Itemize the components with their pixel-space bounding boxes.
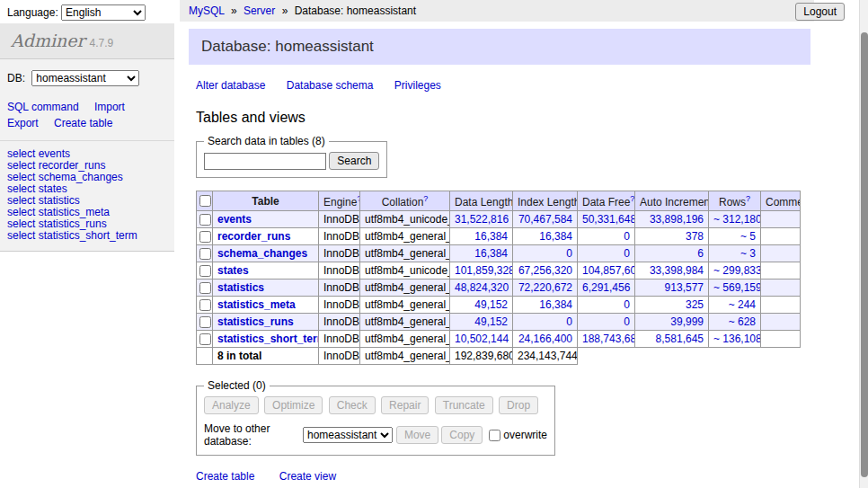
data-free-link[interactable]: 0 [624,247,630,260]
row-checkbox[interactable] [199,231,211,243]
auto-increment-link[interactable]: 6 [697,247,704,260]
table-link[interactable]: statistics_meta [217,298,296,311]
breadcrumb-mysql-link[interactable]: MySQL [189,4,225,17]
copy-button[interactable]: Copy [441,426,483,444]
rows-count-link[interactable]: ~ 312,180 [713,213,761,226]
language-select[interactable]: English [61,4,146,21]
drop-button[interactable]: Drop [499,396,538,414]
data-length-link[interactable]: 49,152 [474,298,508,311]
help-icon[interactable]: ? [423,194,428,203]
data-free-link[interactable]: 6,291,456 [582,281,630,294]
data-length-link[interactable]: 101,859,328 [455,264,513,277]
table-link[interactable]: statistics_runs [217,315,294,328]
rows-count-link[interactable]: ~ 244 [729,298,756,311]
overwrite-checkbox[interactable] [489,430,500,441]
alter-database-link[interactable]: Alter database [196,79,265,92]
sort-comment-column[interactable]: Comment [766,196,801,209]
auto-increment-link[interactable]: 39,999 [670,315,704,328]
table-link[interactable]: recorder_runs [217,230,290,243]
sidebar-item-select-statistics-meta[interactable]: select statistics_meta [7,207,167,217]
optimize-button[interactable]: Optimize [264,396,323,414]
row-checkbox[interactable] [199,248,211,260]
auto-increment-link[interactable]: 33,398,984 [650,264,704,277]
help-icon[interactable]: ? [746,194,750,203]
index-length-link[interactable]: 24,166,400 [518,333,572,345]
row-checkbox[interactable] [199,282,211,294]
index-length-link[interactable]: 70,467,584 [518,213,572,226]
data-free-link[interactable]: 50,331,648 [582,213,635,226]
sort-collation-column[interactable]: Collation [382,196,424,209]
table-link[interactable]: statistics_short_term [217,333,319,345]
table-link[interactable]: events [217,213,252,226]
index-length-link[interactable]: 16,384 [539,298,572,311]
sort-auto-increment-column[interactable]: Auto Increment [640,196,709,209]
auto-increment-link[interactable]: 325 [686,298,704,311]
sort-engine-column[interactable]: Engine [323,196,357,209]
sidebar-item-select-recorder-runs[interactable]: select recorder_runs [7,160,167,171]
select-all-checkbox[interactable] [199,195,211,207]
sort-table-column[interactable]: Table [252,195,279,208]
sidebar-item-select-statistics-runs[interactable]: select statistics_runs [7,218,167,229]
data-length-link[interactable]: 49,152 [474,315,508,328]
data-free-link[interactable]: 104,857,600 [582,264,635,277]
table-link[interactable]: statistics [217,281,264,294]
create-view-link[interactable]: Create view [279,470,336,483]
repair-button[interactable]: Repair [381,396,429,414]
auto-increment-link[interactable]: 33,898,196 [650,213,704,226]
data-length-link[interactable]: 16,384 [474,247,508,260]
sort-rows-column[interactable]: Rows [719,196,746,209]
sidebar-link-sql-command[interactable]: SQL command [7,101,79,113]
data-length-link[interactable]: 48,824,320 [455,281,509,294]
data-length-link[interactable]: 31,522,816 [455,213,509,226]
data-length-link[interactable]: 10,502,144 [455,333,509,345]
help-icon[interactable]: ? [630,194,634,203]
data-free-link[interactable]: 188,743,680 [582,333,635,345]
row-checkbox[interactable] [199,265,211,277]
sort-data-length-column[interactable]: Data Length [455,196,513,209]
search-button[interactable]: Search [329,152,379,170]
db-select[interactable]: homeassistant [31,70,139,86]
rows-count-link[interactable]: ~ 3 [740,247,756,260]
rows-count-link[interactable]: ~ 628 [729,315,756,328]
truncate-button[interactable]: Truncate [435,396,493,414]
index-length-link[interactable]: 16,384 [539,230,572,243]
row-checkbox[interactable] [199,214,211,226]
sidebar-item-select-statistics[interactable]: select statistics [7,195,167,206]
scrollbar-thumb[interactable] [861,32,868,477]
index-length-link[interactable]: 0 [566,315,572,328]
sort-data-free-column[interactable]: Data Free [582,196,630,209]
index-length-link[interactable]: 72,220,672 [518,281,572,294]
logout-button[interactable]: Logout [795,3,845,21]
data-free-link[interactable]: 0 [624,230,630,243]
rows-count-link[interactable]: ~ 299,833 [713,264,761,277]
rows-count-link[interactable]: ~ 5 [740,230,756,243]
move-database-select[interactable]: homeassistant [303,427,393,443]
auto-increment-link[interactable]: 378 [686,230,704,243]
index-length-link[interactable]: 67,256,320 [518,264,572,277]
sidebar-item-select-events[interactable]: select events [7,148,167,159]
sidebar-item-select-states[interactable]: select states [7,183,167,194]
auto-increment-link[interactable]: 913,577 [665,281,704,294]
row-checkbox[interactable] [199,316,211,328]
sidebar-link-export[interactable]: Export [7,117,39,129]
privileges-link[interactable]: Privileges [394,79,441,92]
sidebar-item-select-statistics-short-term[interactable]: select statistics_short_term [7,230,167,241]
table-link[interactable]: states [217,264,249,277]
auto-increment-link[interactable]: 8,581,645 [656,333,704,345]
table-link[interactable]: schema_changes [217,247,307,260]
index-length-link[interactable]: 0 [566,247,572,260]
search-input[interactable] [204,153,326,170]
analyze-button[interactable]: Analyze [204,396,259,414]
data-free-link[interactable]: 0 [624,315,630,328]
rows-count-link[interactable]: ~ 136,108 [713,333,761,345]
data-length-link[interactable]: 16,384 [474,230,508,243]
overwrite-label[interactable]: overwrite [503,429,547,441]
sidebar-link-create-table[interactable]: Create table [54,117,112,129]
vertical-scrollbar[interactable] [859,0,868,488]
create-table-link[interactable]: Create table [196,470,254,483]
breadcrumb-server-link[interactable]: Server [244,4,275,17]
data-free-link[interactable]: 0 [624,298,630,311]
database-schema-link[interactable]: Database schema [287,79,374,92]
sidebar-item-select-schema-changes[interactable]: select schema_changes [7,172,167,182]
sort-index-length-column[interactable]: Index Length [518,196,578,209]
